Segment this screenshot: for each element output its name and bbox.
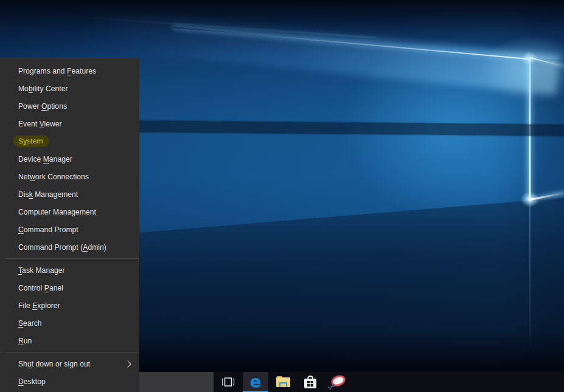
menu-item-run[interactable]: Run (0, 332, 139, 349)
store-bag (304, 379, 316, 388)
menu-item-command-prompt-admin[interactable]: Command Prompt (Admin) (0, 238, 139, 256)
wallpaper-window-edge-reflection (529, 201, 531, 347)
menu-item-label-pre: Dis (18, 190, 29, 199)
task-view-icon (221, 377, 235, 387)
menu-item-label-pre: Control (18, 284, 44, 292)
menu-item-label-pre: Power (18, 102, 41, 111)
menu-item-device-manager[interactable]: Device Manager (0, 150, 139, 168)
menu-item-label-pre: S (18, 137, 23, 145)
menu-item-label-post: ask Manager (22, 266, 64, 275)
menu-item-label: Programs and Features (18, 67, 96, 75)
menu-item-label: Mobility Center (18, 84, 68, 93)
menu-item-label: Control Panel (18, 284, 63, 292)
menu-item-label: Run (18, 337, 32, 345)
menu-item-label-pre: Mo (18, 84, 29, 93)
menu-item-disk-management[interactable]: Disk Management (0, 185, 139, 203)
snipping-tool-icon: ✂ (329, 375, 346, 390)
menu-separator (5, 352, 139, 352)
wallpaper-right-dim (531, 59, 564, 201)
menu-item-label-post: ork Connections (35, 173, 89, 181)
menu-item-label-post: Management (33, 190, 78, 199)
menu-item-label-post: esktop (24, 377, 46, 386)
menu-item-label-pre: Sh (18, 360, 27, 368)
menu-item-label: System (13, 136, 49, 148)
menu-item-label-pre: Computer Management (18, 208, 96, 216)
menu-item-label-pre: Device (18, 155, 43, 163)
edge-icon: e (250, 373, 261, 390)
menu-item-label-post: anel (49, 284, 63, 292)
menu-item-label: Device Manager (18, 155, 72, 163)
menu-item-label-post: iewer (44, 120, 62, 128)
store-button[interactable] (297, 372, 324, 392)
menu-item-access-key: u (27, 360, 32, 368)
menu-item-label: File Explorer (18, 301, 60, 310)
snipping-tool-button[interactable]: ✂ (324, 372, 350, 392)
menu-item-label-post: stem (27, 137, 43, 145)
menu-item-shut-down-or-sign-out[interactable]: Shut down or sign out (0, 355, 139, 373)
file-explorer-icon (276, 376, 291, 388)
menu-separator (5, 258, 139, 259)
menu-item-access-key: V (40, 120, 44, 128)
menu-item-access-key: b (29, 84, 33, 93)
menu-item-mobility-center[interactable]: Mobility Center (0, 80, 139, 97)
menu-item-access-key: C (18, 225, 24, 234)
folder-dock (279, 382, 287, 387)
menu-item-access-key: S (18, 319, 23, 328)
menu-item-label: Command Prompt (Admin) (18, 243, 106, 252)
menu-item-label-post: ility Center (33, 84, 68, 93)
windows-flag-icon (307, 381, 313, 387)
menu-item-label-pre: Net (18, 173, 30, 181)
menu-item-label-post: xplorer (37, 301, 60, 310)
menu-item-event-viewer[interactable]: Event Viewer (0, 115, 139, 132)
menu-item-label: Network Connections (18, 173, 89, 181)
menu-item-access-key: O (41, 102, 47, 111)
menu-item-access-key: P (44, 284, 49, 292)
menu-item-label-post: anager (49, 155, 72, 163)
menu-item-search[interactable]: Search (0, 314, 139, 332)
winx-menu: Programs and Features Mobility Center Po… (0, 58, 139, 392)
menu-item-control-panel[interactable]: Control Panel (0, 279, 139, 297)
menu-item-access-key: D (18, 377, 24, 386)
menu-item-desktop[interactable]: Desktop (0, 373, 139, 390)
menu-item-label: Shut down or sign out (18, 360, 90, 368)
menu-item-label: Power Options (18, 102, 67, 111)
menu-item-label-post: earch (23, 319, 42, 328)
menu-item-label-post: eatures (71, 67, 96, 75)
task-view-button[interactable] (216, 372, 240, 392)
menu-item-programs-and-features[interactable]: Programs and Features (0, 62, 139, 80)
menu-item-label-pre: File (18, 301, 32, 310)
menu-item-access-key: w (30, 173, 35, 181)
menu-item-access-key: R (18, 337, 24, 345)
menu-item-task-manager[interactable]: Task Manager (0, 261, 139, 279)
desktop: e ✂ Programs and Fea (0, 0, 564, 392)
menu-item-label-post: dmin) (88, 243, 106, 252)
store-icon (304, 376, 316, 388)
menu-item-power-options[interactable]: Power Options (0, 97, 139, 115)
menu-item-system[interactable]: System (0, 132, 139, 150)
menu-item-file-explorer[interactable]: File Explorer (0, 297, 139, 314)
menu-item-label-post: ptions (47, 102, 67, 111)
menu-item-label: Task Manager (18, 266, 65, 275)
chevron-right-icon (124, 360, 131, 367)
menu-item-label-pre: Command Prompt ( (18, 243, 83, 252)
menu-item-access-key: M (43, 155, 49, 163)
menu-item-label: Desktop (18, 377, 46, 386)
menu-item-label: Computer Management (18, 208, 96, 216)
menu-item-label-post: un (24, 337, 32, 345)
menu-item-command-prompt[interactable]: Command Prompt (0, 221, 139, 238)
menu-item-label-post: t down or sign out (32, 360, 91, 368)
menu-item-label-pre: Programs and (18, 67, 67, 75)
edge-browser-button[interactable]: e (243, 372, 268, 392)
file-explorer-button[interactable] (270, 372, 297, 392)
menu-item-label-pre: Event (18, 120, 40, 128)
menu-item-label: Event Viewer (18, 120, 62, 128)
menu-item-label-post: ommand Prompt (24, 225, 78, 234)
menu-item-label: Disk Management (18, 190, 78, 199)
menu-item-computer-management[interactable]: Computer Management (0, 203, 139, 221)
menu-item-label: Search (18, 319, 42, 328)
menu-item-network-connections[interactable]: Network Connections (0, 168, 139, 185)
menu-item-label: Command Prompt (18, 225, 78, 234)
